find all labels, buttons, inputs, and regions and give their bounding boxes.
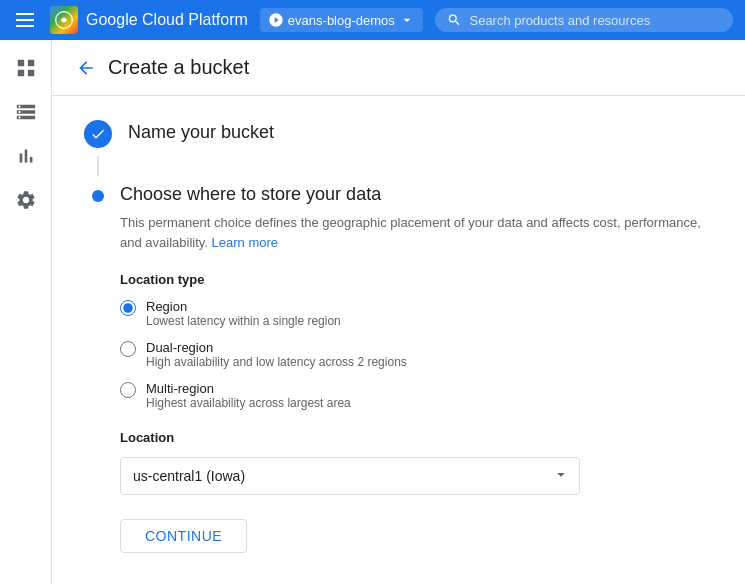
back-arrow-icon	[76, 58, 96, 78]
back-button[interactable]	[76, 58, 96, 78]
radio-region[interactable]	[120, 300, 136, 316]
radio-multi-region[interactable]	[120, 382, 136, 398]
search-input[interactable]	[469, 13, 721, 28]
page-header: Create a bucket	[52, 40, 745, 96]
logo-text: Google Cloud Platform	[86, 11, 248, 29]
top-nav: Google Cloud Platform evans-blog-demos	[0, 0, 745, 40]
radio-dual-region-label: Dual-region High availability and low la…	[146, 340, 407, 369]
sidebar-item-analytics[interactable]	[6, 136, 46, 176]
main-layout: Create a bucket Name your bucket Choose …	[0, 40, 745, 584]
step-2-description: This permanent choice defines the geogra…	[120, 213, 713, 252]
step-connector	[97, 156, 99, 176]
continue-button[interactable]: CONTINUE	[120, 519, 247, 553]
storage-icon	[15, 101, 37, 123]
step-1: Name your bucket	[84, 120, 713, 148]
radio-dual-region-subtitle: High availability and low latency across…	[146, 355, 407, 369]
radio-option-multi-region[interactable]: Multi-region Highest availability across…	[120, 381, 713, 410]
location-type-radio-group: Region Lowest latency within a single re…	[120, 299, 713, 410]
location-select[interactable]: us-central1 (Iowa) us-east1 (South Carol…	[120, 457, 580, 495]
step-1-icon	[84, 120, 112, 148]
search-bar[interactable]	[435, 8, 733, 32]
hamburger-menu[interactable]	[12, 9, 38, 31]
step-2: Choose where to store your data This per…	[84, 184, 713, 553]
sidebar-item-home[interactable]	[6, 48, 46, 88]
grid-icon	[15, 57, 37, 79]
learn-more-link[interactable]: Learn more	[212, 235, 278, 250]
sidebar-item-storage[interactable]	[6, 92, 46, 132]
search-icon	[447, 12, 462, 28]
content-area: Create a bucket Name your bucket Choose …	[52, 40, 745, 584]
chart-icon	[15, 145, 37, 167]
page-title: Create a bucket	[108, 56, 249, 79]
radio-region-label: Region Lowest latency within a single re…	[146, 299, 341, 328]
sidebar-item-settings[interactable]	[6, 180, 46, 220]
settings-icon	[15, 189, 37, 211]
wizard-content: Name your bucket Choose where to store y…	[52, 96, 745, 577]
location-type-label: Location type	[120, 272, 713, 287]
step-2-title: Choose where to store your data	[120, 184, 713, 205]
radio-option-region[interactable]: Region Lowest latency within a single re…	[120, 299, 713, 328]
radio-option-dual-region[interactable]: Dual-region High availability and low la…	[120, 340, 713, 369]
step-2-dot	[92, 190, 104, 202]
radio-region-subtitle: Lowest latency within a single region	[146, 314, 341, 328]
radio-multi-region-title: Multi-region	[146, 381, 351, 396]
radio-multi-region-subtitle: Highest availability across largest area	[146, 396, 351, 410]
location-label: Location	[120, 430, 713, 445]
gcp-logo-icon	[50, 6, 78, 34]
nav-logo: Google Cloud Platform	[50, 6, 248, 34]
project-name: evans-blog-demos	[288, 13, 395, 28]
radio-dual-region[interactable]	[120, 341, 136, 357]
checkmark-icon	[90, 126, 106, 142]
location-select-wrapper: us-central1 (Iowa) us-east1 (South Carol…	[120, 457, 580, 495]
radio-multi-region-label: Multi-region Highest availability across…	[146, 381, 351, 410]
radio-region-title: Region	[146, 299, 341, 314]
step-1-title: Name your bucket	[128, 120, 274, 143]
location-section: Location us-central1 (Iowa) us-east1 (So…	[120, 430, 713, 495]
project-selector[interactable]: evans-blog-demos	[260, 8, 423, 32]
step-2-content: Choose where to store your data This per…	[120, 184, 713, 553]
radio-dual-region-title: Dual-region	[146, 340, 407, 355]
sidebar	[0, 40, 52, 584]
